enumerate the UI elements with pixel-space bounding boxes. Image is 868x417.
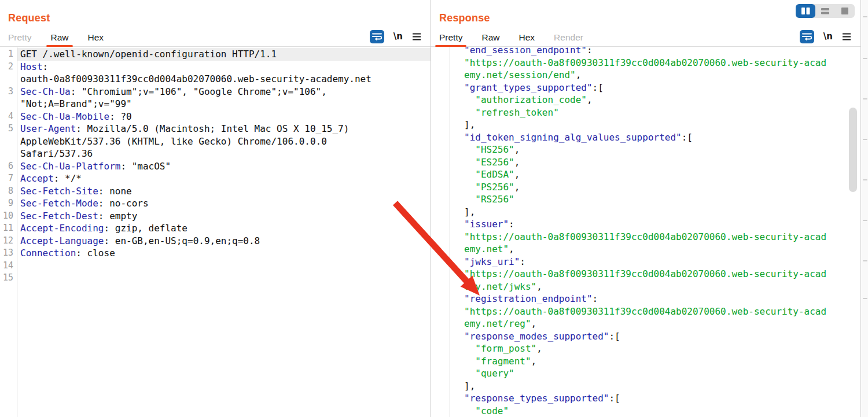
request-line[interactable]: 8Sec-Fetch-Site: none bbox=[0, 185, 431, 198]
tab-render[interactable]: Render bbox=[554, 29, 583, 46]
request-line[interactable]: 7Accept: */* bbox=[0, 172, 431, 185]
editor-menu-button[interactable] bbox=[412, 33, 421, 40]
request-line[interactable]: oauth-0a8f00930311f39cc0d004ab02070060.w… bbox=[0, 73, 431, 86]
line-number: 2 bbox=[0, 61, 17, 73]
request-line[interactable]: 15 bbox=[0, 272, 431, 285]
request-line[interactable]: 10Sec-Fetch-Dest: empty bbox=[0, 210, 431, 223]
response-line[interactable]: "id_token_signing_alg_values_supported":… bbox=[431, 131, 860, 144]
tab-pretty[interactable]: Pretty bbox=[439, 29, 462, 46]
response-editor[interactable]: "end_session_endpoint":"https://oauth-0a… bbox=[431, 47, 860, 417]
response-line[interactable]: "HS256", bbox=[431, 143, 860, 156]
response-line[interactable]: "end_session_endpoint": bbox=[431, 47, 860, 57]
request-line[interactable]: 13Connection: close bbox=[0, 247, 431, 260]
response-line[interactable]: "refresh_token" bbox=[431, 106, 860, 119]
line-number bbox=[0, 73, 17, 86]
layout-columns-button[interactable] bbox=[796, 4, 815, 18]
tab-pretty[interactable]: Pretty bbox=[8, 29, 31, 46]
code-segment: Accept-Language bbox=[20, 235, 104, 246]
code-segment: : bbox=[587, 47, 593, 56]
tab-hex[interactable]: Hex bbox=[519, 29, 535, 46]
request-line[interactable]: 9Sec-Fetch-Mode: no-cors bbox=[0, 197, 431, 210]
code-segment: "fragment" bbox=[475, 356, 531, 367]
response-line[interactable]: "code" bbox=[431, 405, 860, 417]
response-line[interactable]: "https://oauth-0a8f00930311f39cc0d004ab0… bbox=[431, 305, 860, 318]
request-line[interactable]: 12Accept-Language: en-GB,en-US;q=0.9,en;… bbox=[0, 235, 431, 248]
response-line[interactable]: "form_post", bbox=[431, 342, 860, 355]
response-line[interactable]: "RS256" bbox=[431, 193, 860, 206]
response-line[interactable]: "fragment", bbox=[431, 355, 860, 368]
response-line[interactable]: "response_modes_supported":[ bbox=[431, 330, 860, 343]
response-line[interactable]: "response_types_supported":[ bbox=[431, 392, 860, 405]
editor-menu-button[interactable] bbox=[842, 33, 851, 40]
request-line-text: Sec-Fetch-Dest: empty bbox=[17, 210, 431, 223]
request-line-text bbox=[17, 260, 431, 272]
code-segment: :[ bbox=[609, 393, 620, 404]
response-line[interactable]: ], bbox=[431, 206, 860, 219]
response-line[interactable]: ], bbox=[431, 380, 860, 393]
response-line[interactable]: emy.net/jwks", bbox=[431, 281, 860, 293]
response-line[interactable]: "grant_types_supported":[ bbox=[431, 82, 860, 94]
response-line[interactable]: "jwks_uri": bbox=[431, 256, 860, 268]
code-segment: "HS256" bbox=[475, 144, 514, 155]
word-wrap-toggle-button[interactable] bbox=[800, 30, 814, 43]
response-line[interactable]: "https://oauth-0a8f00930311f39cc0d004ab0… bbox=[431, 268, 860, 281]
code-segment bbox=[464, 169, 475, 180]
response-line[interactable]: "EdDSA", bbox=[431, 168, 860, 181]
code-segment: : empty bbox=[98, 211, 137, 222]
tab-raw[interactable]: Raw bbox=[481, 29, 499, 46]
single-pane-icon bbox=[835, 4, 855, 18]
show-newlines-toggle[interactable]: \n bbox=[393, 31, 403, 42]
show-newlines-toggle[interactable]: \n bbox=[823, 31, 833, 42]
code-segment bbox=[464, 343, 475, 354]
code-segment: ], bbox=[464, 119, 475, 130]
code-segment: : close bbox=[76, 248, 115, 259]
code-segment: "ES256" bbox=[475, 157, 514, 168]
request-line[interactable]: 11Accept-Encoding: gzip, deflate bbox=[0, 222, 431, 235]
strip-tick bbox=[863, 98, 867, 99]
request-line[interactable]: 4Sec-Ch-Ua-Mobile: ?0 bbox=[0, 110, 431, 123]
response-scrollbar-thumb[interactable] bbox=[849, 108, 857, 192]
code-segment: "grant_types_supported" bbox=[464, 82, 593, 93]
request-line[interactable]: 2Host: bbox=[0, 61, 431, 73]
request-line[interactable]: 5User-Agent: Mozilla/5.0 (Macintosh; Int… bbox=[0, 123, 431, 135]
code-segment: "end_session_endpoint" bbox=[464, 47, 587, 56]
request-line[interactable]: Safari/537.36 bbox=[0, 147, 431, 160]
response-line[interactable]: emy.net", bbox=[431, 243, 860, 256]
code-segment: : bbox=[43, 61, 49, 72]
request-line[interactable]: 1GET /.well-known/openid-configuration H… bbox=[0, 48, 431, 61]
response-line[interactable]: "issuer": bbox=[431, 218, 860, 231]
request-line[interactable]: AppleWebKit/537.36 (KHTML, like Gecko) C… bbox=[0, 135, 431, 148]
code-segment: : "Chromium";v="106", "Google Chrome";v=… bbox=[71, 86, 327, 97]
code-segment: "https://oauth-0a8f00930311f39cc0d004ab0… bbox=[464, 268, 826, 279]
response-line[interactable]: "PS256", bbox=[431, 181, 860, 194]
response-line[interactable]: emy.net/reg", bbox=[431, 318, 860, 330]
request-line[interactable]: 6Sec-Ch-Ua-Platform: "macOS" bbox=[0, 160, 431, 173]
code-segment bbox=[464, 144, 475, 155]
response-line[interactable]: "https://oauth-0a8f00930311f39cc0d004ab0… bbox=[431, 57, 860, 69]
response-line[interactable]: "registration_endpoint": bbox=[431, 293, 860, 305]
line-number: 5 bbox=[0, 123, 17, 135]
response-line[interactable]: "https://oauth-0a8f00930311f39cc0d004ab0… bbox=[431, 231, 860, 243]
request-line[interactable]: 14 bbox=[0, 260, 431, 272]
code-segment: :[ bbox=[593, 82, 604, 93]
code-segment: GET /.well-known/openid-configuration HT… bbox=[20, 49, 277, 60]
word-wrap-toggle-button[interactable] bbox=[370, 30, 384, 43]
request-line[interactable]: "Not;A=Brand";v="99" bbox=[0, 98, 431, 110]
line-number: 4 bbox=[0, 110, 17, 123]
tab-hex[interactable]: Hex bbox=[88, 29, 104, 46]
request-line[interactable]: 3Sec-Ch-Ua: "Chromium";v="106", "Google … bbox=[0, 86, 431, 98]
code-segment bbox=[464, 94, 475, 105]
tab-raw[interactable]: Raw bbox=[50, 29, 68, 46]
panel-splitter[interactable] bbox=[431, 0, 431, 417]
code-segment: , bbox=[536, 343, 542, 354]
inspector-collapsed-bar[interactable] bbox=[860, 0, 868, 417]
layout-single-button[interactable] bbox=[835, 4, 855, 18]
response-line[interactable]: "query" bbox=[431, 367, 860, 380]
layout-rows-button[interactable] bbox=[815, 4, 835, 18]
response-line[interactable]: "authorization_code", bbox=[431, 94, 860, 106]
response-line[interactable]: emy.net/session/end", bbox=[431, 69, 860, 82]
response-line[interactable]: ], bbox=[431, 119, 860, 131]
request-editor[interactable]: 1GET /.well-known/openid-configuration H… bbox=[0, 47, 431, 417]
response-line[interactable]: "ES256", bbox=[431, 156, 860, 169]
code-segment: "https://oauth-0a8f00930311f39cc0d004ab0… bbox=[464, 231, 826, 242]
